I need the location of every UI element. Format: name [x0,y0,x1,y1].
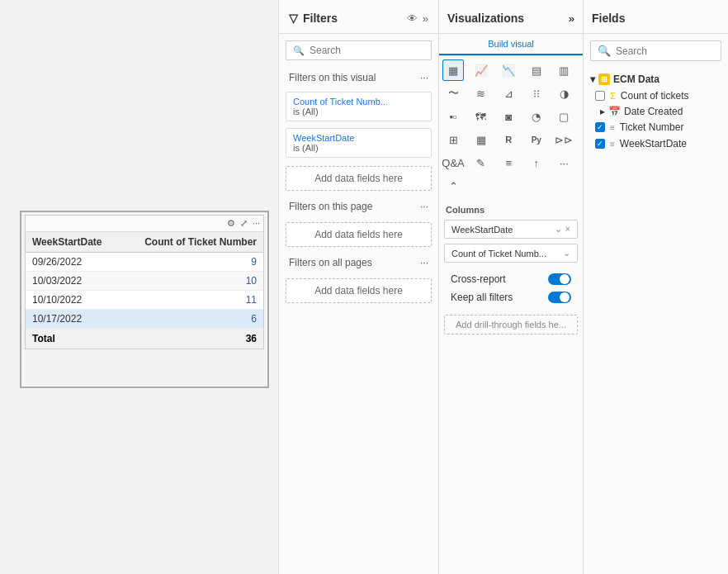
pill1-label: WeekStartDate [451,225,513,235]
total-value: 36 [121,329,263,349]
field-item-ticket-number[interactable]: ✓ ≡ Ticket Number [589,119,723,135]
filters-panel: ▽ Filters 👁 » 🔍 Filters on this visual ·… [278,0,439,574]
map-icon[interactable]: 🗺 [470,106,492,127]
keep-all-toggle-switch[interactable] [548,292,571,303]
pill1-remove-icon[interactable]: × [565,224,570,235]
pie-icon[interactable]: ◑ [553,83,574,104]
viz-tabs: Build visual [439,34,583,56]
table-row[interactable]: 09/26/20229 [26,253,263,272]
visual-table[interactable]: ⚙ ⤢ ··· WeekStartDate Count of Ticket Nu… [25,215,264,349]
matrix-icon[interactable]: ▦ [470,129,492,150]
row-count: 6 [121,310,263,329]
on-page-dots[interactable]: ··· [420,201,428,212]
r-icon[interactable]: R [498,129,519,150]
qa-icon[interactable]: Q&A [442,152,464,173]
filter-card-2[interactable]: WeekStartDate is (All) [286,128,432,158]
pill1-actions[interactable]: ⌄ × [555,224,570,235]
narrative-icon[interactable]: ✎ [470,152,492,173]
cross-report-toggle-switch[interactable] [548,273,571,285]
table-row[interactable]: 10/10/202211 [26,291,263,310]
filter-expand-icon[interactable]: » [423,12,428,25]
total-label: Total [26,329,121,349]
filters-search-box[interactable]: 🔍 [286,40,432,60]
row-count: 11 [121,291,263,310]
add-drillthrough[interactable]: Add drill-through fields he... [444,315,578,334]
tab-build-visual[interactable]: Build visual [439,34,583,55]
row-date: 09/26/2022 [26,253,121,272]
funnel-icon[interactable]: ⊿ [498,83,519,104]
more-viz-icon[interactable]: ··· [553,152,574,173]
field-group-header[interactable]: ▾ ⊞ ECM Data [589,71,723,88]
on-all-dots[interactable]: ··· [420,257,428,268]
expand-icon[interactable]: ⤢ [240,218,248,229]
kpi-icon[interactable]: ↑ [526,152,547,173]
add-fields-visual[interactable]: Add data fields here [286,166,432,191]
field-check-ticket-number[interactable]: ✓ [595,122,605,132]
on-visual-dots[interactable]: ··· [420,72,428,83]
decomp-icon[interactable]: ⊳⊳ [553,129,574,150]
row-count: 9 [121,253,263,272]
pill2-label: Count of Ticket Numb... [451,249,546,259]
card-icon[interactable]: ▢ [553,106,574,127]
field-check-count-tickets[interactable] [595,91,605,101]
bar-chart-icon[interactable]: ▦ [442,59,464,81]
col1-header: WeekStartDate [26,232,121,253]
on-page-label: Filters on this page ··· [279,196,438,217]
field-pill-weekstart[interactable]: WeekStartDate ⌄ × [444,220,578,239]
filter-card-1[interactable]: Count of Ticket Numb... is (All) [286,92,432,121]
filters-title: Filters [303,12,338,25]
filters-search-input[interactable] [310,45,424,56]
field-label-weekstartdate: WeekStartDate [620,138,687,149]
100pct-bar-icon[interactable]: ▥ [553,59,574,81]
filters-header-actions: 👁 » [407,12,428,25]
date-expander-icon: ▸ [600,106,605,117]
filters-header: ▽ Filters 👁 » [279,0,438,34]
scatter-icon[interactable]: ⁝⁝ [526,83,547,104]
columns-section-label: Columns [439,200,583,217]
table-icon[interactable]: ⊞ [442,129,464,150]
drill-section: Cross-report Keep all filters [439,265,583,311]
more-icon[interactable]: ··· [253,218,260,229]
filter1-value: is (All) [293,107,424,116]
gauge-icon[interactable]: ◔ [526,106,547,127]
on-visual-label: Filters on this visual ··· [279,67,438,88]
viz-title: Visualizations [447,12,524,25]
pill1-expand-icon[interactable]: ⌄ [555,224,562,235]
field-item-count-tickets[interactable]: Σ Count of tickets [589,88,723,104]
field-subgroup-date-created[interactable]: ▸ 📅 Date Created [589,104,723,119]
collapse-viz-icon[interactable]: ⌃ [442,175,464,197]
line-chart-icon[interactable]: 📈 [470,59,492,81]
filter-eye-icon[interactable]: 👁 [407,12,418,25]
treemap-icon[interactable]: ▪▫ [442,106,464,127]
table-row[interactable]: 10/17/20226 [26,310,263,329]
area-chart-icon[interactable]: 📉 [498,59,519,81]
filter-funnel-icon: ▽ [289,12,298,25]
field-check-weekstartdate[interactable]: ✓ [595,139,605,149]
py-icon[interactable]: Py [526,129,547,150]
add-fields-all[interactable]: Add data fields here [286,278,432,303]
ribbon-chart-icon[interactable]: 〜 [442,83,464,104]
filter-icon[interactable]: ⚙ [227,218,235,229]
keep-all-toggle[interactable]: Keep all filters [446,288,576,306]
pill2-actions[interactable]: ⌄ [563,248,570,259]
viz-expand-icon[interactable]: » [569,12,574,25]
filters-search-icon: 🔍 [293,45,305,56]
fields-header: Fields [584,0,728,34]
field-pill-count[interactable]: Count of Ticket Numb... ⌄ [444,244,578,263]
paginated-icon[interactable]: ≡ [498,152,519,173]
filled-map-icon[interactable]: ◙ [498,106,519,127]
add-fields-page[interactable]: Add data fields here [286,222,432,247]
fields-search-box[interactable]: 🔍 [590,40,721,61]
fields-search-icon: 🔍 [598,45,611,57]
field-item-weekstartdate[interactable]: ✓ ≡ WeekStartDate [589,135,723,152]
sigma-icon: Σ [610,91,616,101]
pill2-expand-icon[interactable]: ⌄ [563,248,570,259]
field-group-ecm: ▾ ⊞ ECM Data Σ Count of tickets ▸ 📅 Date… [584,68,728,155]
table-row[interactable]: 10/03/202210 [26,272,263,291]
fields-search-input[interactable] [616,45,714,57]
canvas: ⚙ ⤢ ··· WeekStartDate Count of Ticket Nu… [0,0,278,574]
row-count: 10 [121,272,263,291]
waterfall-icon[interactable]: ≋ [470,83,492,104]
cluster-bar-icon[interactable]: ▤ [526,59,547,81]
cross-report-toggle[interactable]: Cross-report [446,270,576,288]
